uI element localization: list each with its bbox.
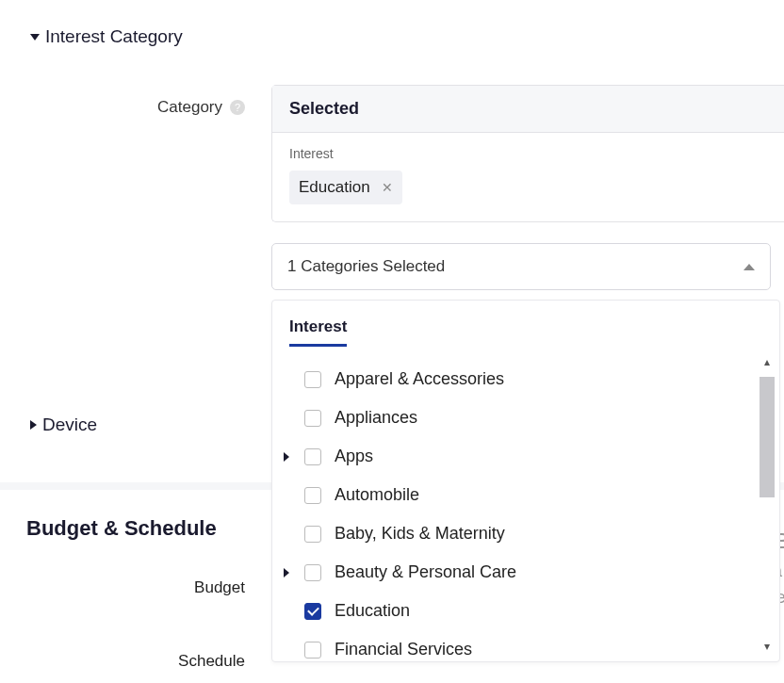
category-label: Category [157, 98, 222, 117]
dropdown-item-label: Automobile [335, 485, 419, 505]
dropdown-item[interactable]: Apparel & Accessories [272, 360, 779, 398]
chip-label: Education [299, 178, 370, 197]
checkbox[interactable] [304, 410, 321, 427]
dropdown-list: Apparel & AccessoriesAppliancesAppsAutom… [272, 347, 779, 661]
dropdown-item-label: Apps [335, 447, 373, 466]
dropdown-item[interactable]: Financial Services [272, 630, 779, 661]
chip-remove-icon[interactable]: ✕ [382, 180, 393, 195]
schedule-label: Schedule [0, 652, 245, 671]
checkbox[interactable] [304, 487, 321, 504]
budget-label: Budget [0, 578, 245, 597]
checkbox[interactable] [304, 642, 321, 659]
selected-chip: Education ✕ [289, 171, 402, 204]
dropdown-item[interactable]: Appliances [272, 398, 779, 437]
dropdown-item[interactable]: Baby, Kids & Maternity [272, 514, 779, 553]
section-title: Interest Category [45, 26, 183, 47]
chevron-up-icon [743, 264, 755, 270]
selected-panel: Selected Interest Education ✕ [271, 85, 784, 222]
caret-right-icon[interactable] [284, 568, 289, 577]
checkbox[interactable] [304, 526, 321, 543]
scrollbar[interactable]: ▴ ▾ [759, 354, 776, 654]
dropdown-item-label: Baby, Kids & Maternity [335, 524, 505, 544]
scroll-thumb[interactable] [760, 377, 775, 497]
selected-group-label: Interest [289, 146, 767, 161]
dropdown-item-label: Apparel & Accessories [335, 369, 504, 389]
section-title: Budget & Schedule [26, 516, 217, 541]
dropdown-item-label: Beauty & Personal Care [335, 562, 516, 582]
dropdown-item-label: Financial Services [335, 640, 472, 659]
dropdown-item-label: Education [335, 601, 410, 621]
caret-right-icon [30, 420, 37, 430]
select-summary: 1 Categories Selected [287, 257, 445, 276]
help-icon[interactable]: ? [230, 100, 245, 115]
checkbox[interactable] [304, 564, 321, 581]
category-dropdown: Interest Apparel & AccessoriesAppliances… [271, 300, 780, 662]
dropdown-item[interactable]: Automobile [272, 476, 779, 514]
caret-down-icon [30, 34, 40, 41]
dropdown-item-label: Appliances [335, 408, 417, 428]
checkbox[interactable] [304, 603, 321, 620]
selected-header: Selected [272, 86, 784, 133]
dropdown-item[interactable]: Beauty & Personal Care [272, 553, 779, 592]
category-select[interactable]: 1 Categories Selected [271, 243, 771, 290]
dropdown-tab-interest[interactable]: Interest [289, 317, 347, 347]
dropdown-item[interactable]: Education [272, 592, 779, 630]
caret-right-icon[interactable] [284, 452, 289, 462]
dropdown-item[interactable]: Apps [272, 437, 779, 476]
section-title: Device [42, 415, 97, 435]
scroll-down-icon[interactable]: ▾ [759, 639, 776, 654]
checkbox[interactable] [304, 371, 321, 388]
section-interest-category[interactable]: Interest Category [0, 0, 784, 47]
scroll-up-icon[interactable]: ▴ [759, 354, 776, 369]
checkbox[interactable] [304, 448, 321, 465]
